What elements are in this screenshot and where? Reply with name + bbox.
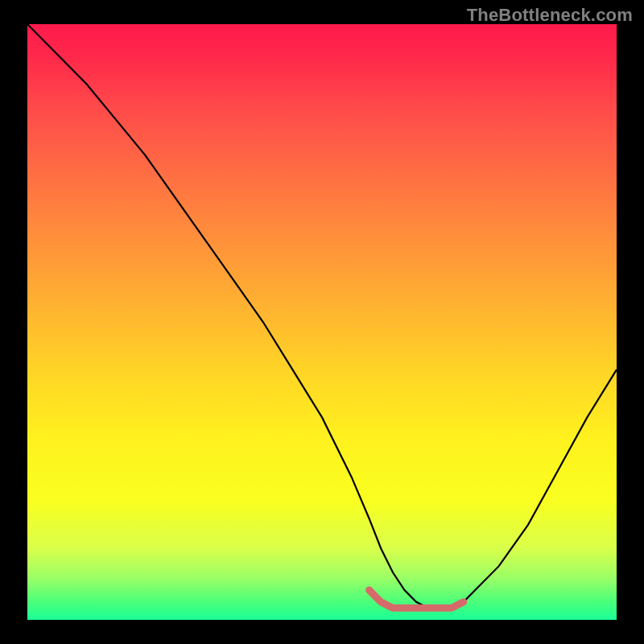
highlight-line: [369, 590, 464, 608]
chart-root: TheBottleneck.com: [0, 0, 644, 644]
curve-line: [27, 24, 617, 608]
chart-svg: [27, 24, 617, 620]
plot-area: [27, 24, 617, 620]
watermark-text: TheBottleneck.com: [467, 5, 633, 26]
